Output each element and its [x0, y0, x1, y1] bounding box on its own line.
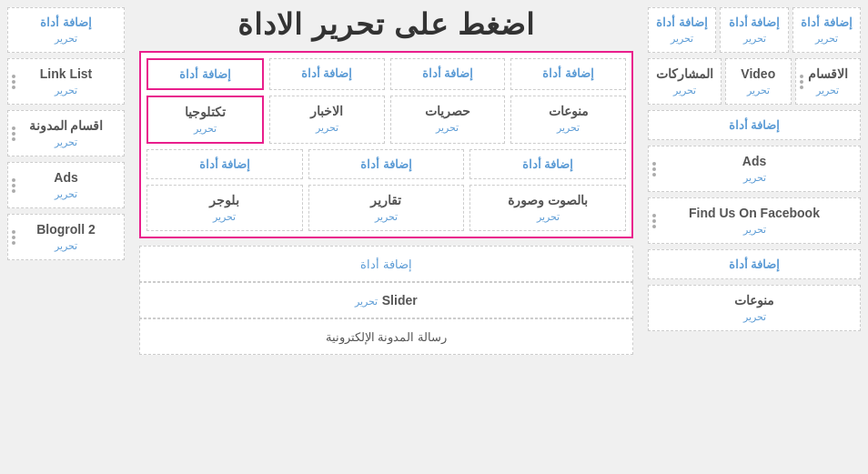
center-add-7[interactable]: إضافة أداة — [146, 149, 303, 179]
add-widget-left-3[interactable]: إضافة أداة تحرير — [648, 7, 716, 53]
add-widget-label-5: إضافة أداة — [656, 257, 853, 271]
center-newsletter-label: رسالة المدونة الإلكترونية — [326, 330, 447, 344]
widget-sections-edit[interactable]: تحرير — [803, 85, 853, 96]
center-reports-edit[interactable]: تحرير — [317, 211, 457, 223]
center-news-title: الاخبار — [278, 104, 377, 118]
sidebar-right-add-top-label: إضافة أداة — [15, 15, 116, 29]
widget-video-edit[interactable]: تحرير — [733, 85, 783, 96]
widget-video-title: Video — [733, 66, 783, 81]
center-add-3[interactable]: إضافة أداة — [269, 58, 385, 90]
center-widget-news[interactable]: الاخبار تحرير — [269, 96, 385, 144]
widget-ads-left-edit[interactable]: تحرير — [656, 172, 853, 184]
center-widget-media[interactable]: بالصوت وصورة تحرير — [469, 185, 626, 231]
center-add-4[interactable]: إضافة أداة — [146, 58, 264, 90]
sidebar-left-top-row: إضافة أداة تحرير إضافة أداة تحرير إضافة … — [648, 7, 861, 53]
widget-video[interactable]: Video تحرير — [725, 58, 792, 105]
add-widget-label-1: إضافة أداة — [801, 15, 853, 29]
drag-handle-blogroll — [12, 230, 15, 245]
widget-sections[interactable]: الاقسام تحرير — [795, 58, 862, 105]
widget-posts-title: المشاركات — [656, 66, 713, 81]
widget-ads-left[interactable]: Ads تحرير — [648, 146, 861, 192]
center-add-label-4: إضافة أداة — [156, 67, 255, 81]
widget-posts-edit[interactable]: تحرير — [656, 85, 713, 96]
widget-link-list-title: Link List — [15, 66, 116, 81]
main-content: اضغط على تحرير الاداة إضافة أداة إضافة أ… — [132, 0, 641, 474]
widget-posts[interactable]: المشاركات تحرير — [648, 58, 722, 105]
center-exclusive-edit[interactable]: تحرير — [399, 122, 498, 134]
center-slider-edit[interactable]: تحرير — [355, 296, 378, 307]
widget-blog-sections-edit[interactable]: تحرير — [15, 136, 116, 148]
page-title: اضغط على تحرير الاداة — [139, 7, 633, 42]
page-container: إضافة أداة تحرير إضافة أداة تحرير إضافة … — [0, 0, 868, 474]
center-tech-edit[interactable]: تحرير — [156, 123, 255, 135]
drag-handle-blog-sections — [12, 126, 15, 141]
widget-ads-right-title: Ads — [15, 170, 116, 185]
center-add-6[interactable]: إضافة أداة — [308, 149, 465, 179]
edit-link-2[interactable]: تحرير — [728, 33, 780, 45]
center-add-label-5: إضافة أداة — [478, 157, 618, 171]
center-add-2[interactable]: إضافة أداة — [390, 58, 506, 90]
center-widget-misc[interactable]: منوعات تحرير — [510, 96, 626, 144]
edit-link-3[interactable]: تحرير — [656, 33, 708, 45]
widget-ads-right[interactable]: Ads تحرير — [7, 162, 125, 208]
center-add-label-1: إضافة أداة — [519, 66, 618, 80]
sidebar-left: إضافة أداة تحرير إضافة أداة تحرير إضافة … — [641, 0, 868, 474]
center-widget-blogger[interactable]: بلوجر تحرير — [146, 185, 303, 231]
widget-facebook[interactable]: Find Us On Facebook تحرير — [648, 197, 861, 244]
widget-facebook-edit[interactable]: تحرير — [656, 224, 853, 236]
sidebar-right-add-top[interactable]: إضافة أداة تحرير — [7, 7, 125, 53]
center-add-label-2: إضافة أداة — [399, 66, 498, 80]
center-exclusive-title: حصريات — [399, 104, 498, 118]
center-add-label-3: إضافة أداة — [278, 66, 377, 80]
center-highlight: إضافة أداة إضافة أداة إضافة أداة إضافة أ… — [139, 51, 633, 238]
center-blogger-edit[interactable]: تحرير — [155, 211, 295, 223]
widget-link-list-edit[interactable]: تحرير — [15, 85, 116, 96]
add-widget-label-2: إضافة أداة — [728, 15, 780, 29]
widget-facebook-title: Find Us On Facebook — [656, 206, 853, 220]
widget-ads-left-title: Ads — [656, 154, 853, 168]
center-widget-tech[interactable]: تكتلوجيا تحرير — [146, 96, 264, 144]
edit-link-1[interactable]: تحرير — [801, 33, 853, 45]
add-widget-left-2[interactable]: إضافة أداة تحرير — [720, 7, 788, 53]
widget-blogroll[interactable]: Blogroll 2 تحرير — [7, 214, 125, 260]
sidebar-right: إضافة أداة تحرير Link List تحرير اقسام ا… — [0, 0, 132, 474]
center-add-widget-bottom-label: إضافة أداة — [360, 257, 412, 271]
center-widget-exclusive[interactable]: حصريات تحرير — [390, 96, 506, 144]
drag-handle-ads-right — [12, 178, 15, 193]
sidebar-left-second-row: الاقسام تحرير Video تحرير المشاركات تحري… — [648, 58, 861, 105]
center-add-1[interactable]: إضافة أداة — [510, 58, 626, 90]
drag-handle-facebook — [652, 214, 656, 228]
drag-handle-sections — [800, 75, 803, 89]
center-add-label-6: إضافة أداة — [317, 157, 457, 171]
center-slider[interactable]: Slider تحرير — [139, 282, 633, 318]
add-widget-left-1[interactable]: إضافة أداة تحرير — [792, 7, 861, 53]
center-slider-title: Slider — [382, 293, 418, 308]
center-misc-title: منوعات — [519, 104, 618, 118]
center-widget-reports[interactable]: تقارير تحرير — [308, 185, 465, 231]
center-row-3: إضافة أداة إضافة أداة إضافة أداة — [146, 149, 626, 179]
center-misc-edit[interactable]: تحرير — [519, 122, 618, 134]
widget-blogroll-edit[interactable]: تحرير — [15, 240, 116, 252]
widget-sections-title: الاقسام — [803, 66, 853, 81]
widget-blog-sections[interactable]: اقسام المدونة تحرير — [7, 110, 125, 156]
center-add-widget-bottom[interactable]: إضافة أداة — [139, 246, 633, 282]
add-widget-left-4[interactable]: إضافة أداة — [648, 110, 861, 140]
drag-handle-ads-left — [652, 162, 656, 176]
center-row-1: إضافة أداة إضافة أداة إضافة أداة إضافة أ… — [146, 58, 626, 90]
center-media-edit[interactable]: تحرير — [478, 211, 618, 223]
widget-misc-left[interactable]: منوعات تحرير — [648, 285, 861, 331]
widget-misc-left-edit[interactable]: تحرير — [656, 311, 853, 323]
center-news-edit[interactable]: تحرير — [278, 122, 377, 134]
center-row-2: منوعات تحرير حصريات تحرير الاخبار تحرير … — [146, 96, 626, 144]
widget-link-list[interactable]: Link List تحرير — [7, 58, 125, 105]
center-row-4: بالصوت وصورة تحرير تقارير تحرير بلوجر تح… — [146, 185, 626, 231]
widget-ads-right-edit[interactable]: تحرير — [15, 188, 116, 200]
center-newsletter[interactable]: رسالة المدونة الإلكترونية — [139, 318, 633, 355]
center-add-5[interactable]: إضافة أداة — [469, 149, 626, 179]
add-widget-left-5[interactable]: إضافة أداة — [648, 249, 861, 279]
center-blogger-title: بلوجر — [155, 193, 295, 207]
sidebar-right-add-top-edit[interactable]: تحرير — [15, 33, 116, 45]
add-widget-label-3: إضافة أداة — [656, 15, 708, 29]
drag-handle-link-list — [12, 75, 15, 89]
add-widget-label-4: إضافة أداة — [656, 118, 853, 132]
